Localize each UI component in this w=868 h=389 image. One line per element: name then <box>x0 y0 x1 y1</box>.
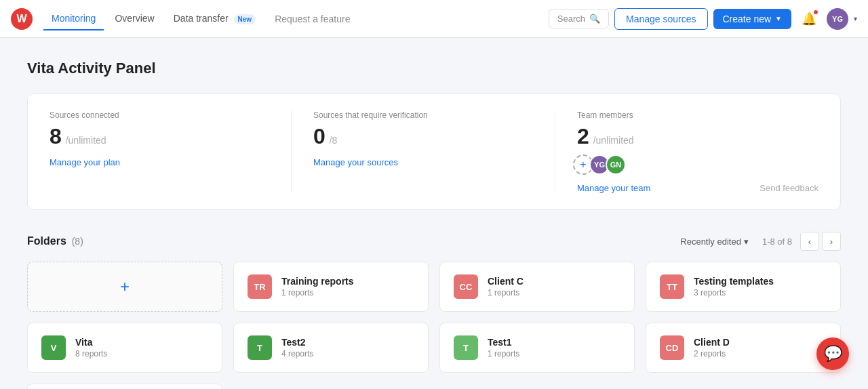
folder-name-test1: Test1 <box>488 337 519 348</box>
user-menu-chevron[interactable]: ▾ <box>854 15 857 22</box>
folders-header: Folders (8) Recently edited ▾ 1-8 of 8 ‹… <box>27 232 841 251</box>
pagination-info: 1-8 of 8 <box>762 237 792 247</box>
search-box[interactable]: Search 🔍 <box>549 9 609 28</box>
main-content: Vita Activity Panel Sources connected 8 … <box>0 38 868 389</box>
request-feature-link[interactable]: Request a feature <box>267 8 358 30</box>
nav-right: Search 🔍 Manage sources Create new ▼ 🔔 Y… <box>549 7 857 31</box>
folder-reports-cc: 1 reports <box>488 288 524 298</box>
folder-card-vita[interactable]: V Vita 8 reports <box>27 323 222 373</box>
stat-team-members: Team members 2 /unlimited + YG GN Manage… <box>555 110 818 193</box>
team-members-unit: /unlimited <box>593 135 634 146</box>
sources-connected-label: Sources connected <box>50 110 269 120</box>
navbar: W Monitoring Overview Data transfer New … <box>0 0 868 38</box>
team-members-label: Team members <box>577 110 797 120</box>
members-avatars: + YG GN <box>577 155 797 175</box>
folder-card-testing-templates[interactable]: TT Testing templates 3 reports <box>646 262 841 312</box>
folders-title-group: Folders (8) <box>27 235 83 247</box>
folder-badge-cc: CC <box>454 274 478 299</box>
folder-card-client-d[interactable]: CD Client D 2 reports <box>646 323 841 373</box>
pagination-arrows: ‹ › <box>800 232 841 251</box>
stat-sources-verification: Sources that require verification 0 /8 M… <box>291 110 555 193</box>
folders-grid: + TR Training reports 1 reports CC Clien… <box>27 262 841 389</box>
folder-card-test1[interactable]: T Test1 1 reports <box>439 323 635 373</box>
member-avatar-gn: GN <box>606 155 626 175</box>
folder-reports-vita: 8 reports <box>75 349 107 359</box>
sources-connected-value: 8 <box>50 124 62 148</box>
search-icon: 🔍 <box>589 14 600 24</box>
folder-name-test2: Test2 <box>281 337 313 348</box>
folder-reports-test1: 1 reports <box>488 349 519 359</box>
send-feedback-link[interactable]: Send feedback <box>760 183 818 193</box>
nav-tab-monitoring[interactable]: Monitoring <box>43 7 104 30</box>
folders-count: (8) <box>72 236 83 247</box>
manage-sources-link[interactable]: Manage your sources <box>313 157 533 167</box>
folder-reports-cd: 2 reports <box>694 349 730 359</box>
folder-badge-tt: TT <box>660 274 684 299</box>
folder-name-tt: Testing templates <box>694 276 774 287</box>
sources-verification-value: 0 <box>313 124 326 148</box>
folder-badge-v: V <box>41 335 66 360</box>
folder-reports-tr: 1 reports <box>281 288 354 298</box>
folder-reports-test2: 4 reports <box>281 349 313 359</box>
team-members-value: 2 <box>577 124 589 148</box>
folder-card-test2[interactable]: T Test2 4 reports <box>233 323 429 373</box>
sources-connected-unit: /unlimited <box>66 135 106 146</box>
sources-verification-unit: /8 <box>330 135 338 146</box>
folders-title: Folders <box>27 235 66 247</box>
page-title: Vita Activity Panel <box>27 60 841 77</box>
chevron-down-icon: ▾ <box>744 237 749 247</box>
chat-icon: 💬 <box>824 345 842 363</box>
nav-tab-overview[interactable]: Overview <box>106 7 162 30</box>
folder-reports-tt: 3 reports <box>694 288 774 298</box>
folder-badge-tr: TR <box>248 274 272 299</box>
folder-name-vita: Vita <box>75 337 107 348</box>
stats-card: Sources connected 8 /unlimited Manage yo… <box>27 94 841 210</box>
brand-logo[interactable]: W <box>11 8 33 30</box>
plus-icon: + <box>120 277 130 296</box>
nav-tabs: Monitoring Overview Data transfer New Re… <box>43 7 549 30</box>
folder-badge-test2: T <box>248 335 272 360</box>
folder-card-client-c[interactable]: CC Client C 1 reports <box>439 262 635 312</box>
chevron-down-icon: ▼ <box>775 15 782 22</box>
sort-button[interactable]: Recently edited ▾ <box>675 234 754 249</box>
folder-card-h[interactable]: h h 0 reports <box>27 384 222 389</box>
new-folder-card[interactable]: + <box>27 262 222 312</box>
folder-badge-cd: CD <box>660 335 684 360</box>
nav-tab-data-transfer[interactable]: Data transfer New <box>165 7 264 30</box>
stat-sources-connected: Sources connected 8 /unlimited Manage yo… <box>50 110 291 193</box>
notification-dot <box>813 9 818 15</box>
user-avatar-button[interactable]: YG <box>827 8 848 30</box>
folder-name-cd: Client D <box>694 337 730 348</box>
folder-name-tr: Training reports <box>281 276 354 287</box>
next-page-button[interactable]: › <box>822 232 841 251</box>
sources-verification-label: Sources that require verification <box>313 110 533 120</box>
prev-page-button[interactable]: ‹ <box>800 232 819 251</box>
notifications-button[interactable]: 🔔 <box>797 7 821 31</box>
folder-name-cc: Client C <box>488 276 524 287</box>
fab-chat-button[interactable]: 💬 <box>816 337 849 370</box>
folder-card-training-reports[interactable]: TR Training reports 1 reports <box>233 262 429 312</box>
manage-sources-button[interactable]: Manage sources <box>614 8 708 30</box>
new-badge: New <box>234 14 256 24</box>
create-new-button[interactable]: Create new ▼ <box>713 9 792 29</box>
manage-plan-link[interactable]: Manage your plan <box>50 157 269 167</box>
folders-controls: Recently edited ▾ 1-8 of 8 ‹ › <box>675 232 841 251</box>
folder-badge-test1: T <box>454 335 478 360</box>
